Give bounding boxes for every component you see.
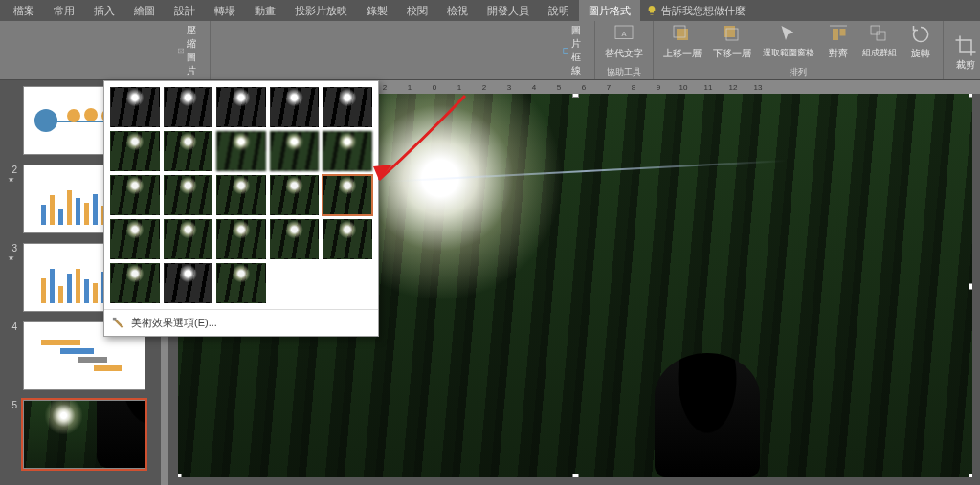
group-size: 裁剪 高度: 19.05 公分 寬度: 27.52 公分 大小 [944, 21, 980, 79]
slide-thumb-5[interactable]: 5 [8, 400, 145, 469]
thumb-5-img [23, 400, 145, 469]
artistic-effects-options[interactable]: 美術效果選項(E)... [104, 309, 378, 336]
effect-b3[interactable] [216, 131, 266, 171]
align-icon [826, 23, 851, 46]
tab-review[interactable]: 校閱 [397, 0, 437, 22]
selection-pane-button[interactable]: 選取範圍窗格 [759, 23, 818, 58]
rotate-button[interactable]: 旋轉 [904, 23, 937, 58]
handle-br[interactable] [969, 474, 972, 477]
effect-b1[interactable] [110, 131, 160, 171]
compress-icon [178, 44, 184, 57]
rotate-icon [908, 23, 933, 46]
tab-file[interactable]: 檔案 [4, 0, 44, 22]
svg-rect-21 [677, 29, 688, 40]
backward-icon [720, 23, 745, 46]
forward-icon [670, 23, 695, 46]
handle-bl[interactable] [178, 474, 182, 477]
selection-icon [776, 23, 801, 46]
effect-c1[interactable] [110, 175, 160, 215]
svg-rect-28 [871, 26, 880, 34]
tab-insert[interactable]: 插入 [84, 0, 124, 22]
group-accessibility: A 替代文字 協助工具 [595, 21, 654, 79]
effect-e2[interactable] [164, 263, 213, 303]
effect-d5[interactable] [323, 219, 372, 259]
crop-button[interactable]: 裁剪 [949, 34, 980, 70]
svg-rect-23 [724, 26, 735, 37]
handle-mr[interactable] [969, 283, 972, 290]
effect-d3[interactable] [216, 219, 266, 259]
artistic-effects-grid [104, 81, 378, 309]
svg-rect-26 [833, 29, 838, 40]
effect-b2[interactable] [164, 131, 213, 171]
svg-rect-27 [840, 29, 846, 36]
effect-c5-selected[interactable] [323, 175, 372, 215]
effect-e3[interactable] [216, 263, 266, 303]
tab-animations[interactable]: 動畫 [245, 0, 285, 22]
effect-a2[interactable] [164, 87, 213, 127]
group-access-label: 協助工具 [601, 64, 647, 78]
group-adjust: 移除背景 校正 色彩 美術效果 壓縮圖片 變更圖片 重設圖片 [0, 21, 211, 79]
align-button[interactable]: 對齊 [822, 23, 855, 58]
artistic-effects-dropdown: 美術效果選項(E)... [103, 80, 379, 337]
effect-c2[interactable] [164, 175, 213, 215]
alt-text-icon: A [612, 23, 636, 46]
tab-transitions[interactable]: 轉場 [205, 0, 245, 22]
border-icon [563, 44, 568, 57]
effect-a1[interactable] [110, 87, 160, 127]
effect-b4[interactable] [270, 131, 320, 171]
tab-design[interactable]: 設計 [165, 0, 205, 22]
svg-text:A: A [621, 30, 626, 38]
crop-icon [953, 34, 978, 57]
handle-bc[interactable] [572, 474, 579, 477]
effect-a3[interactable] [216, 87, 266, 127]
tell-me-box[interactable]: 告訴我您想做什麼 [640, 4, 746, 18]
send-backward-button[interactable]: 下移一層 [709, 23, 755, 58]
group-icon [867, 23, 892, 46]
menu-tabs: 檔案 常用 插入 繪圖 設計 轉場 動畫 投影片放映 錄製 校閱 檢視 開發人員… [0, 0, 980, 21]
svg-rect-30 [113, 317, 117, 320]
effect-d1[interactable] [110, 219, 160, 259]
effect-b5[interactable] [323, 131, 372, 171]
svg-rect-14 [564, 49, 568, 54]
tab-slideshow[interactable]: 投影片放映 [285, 0, 357, 22]
tab-help[interactable]: 說明 [539, 0, 579, 22]
picture-border-button[interactable]: 圖片框線 [563, 23, 589, 78]
options-icon [112, 317, 125, 330]
compress-button[interactable]: 壓縮圖片 [178, 23, 204, 78]
lightbulb-icon [646, 5, 657, 16]
effect-e1[interactable] [110, 263, 160, 303]
handle-tr[interactable] [969, 94, 972, 98]
group-picture-styles: 圖片框線 圖片效果 圖片版面配置 圖片樣式 [211, 21, 595, 79]
alt-text-button[interactable]: A 替代文字 [601, 23, 647, 58]
group-arrange-label: 排列 [659, 64, 937, 78]
effect-a5[interactable] [323, 87, 372, 127]
tab-home[interactable]: 常用 [44, 0, 84, 22]
tell-me-label: 告訴我您想做什麼 [661, 4, 746, 18]
effect-a4[interactable] [270, 87, 320, 127]
handle-tc[interactable] [572, 94, 579, 98]
effect-d4[interactable] [270, 219, 320, 259]
tab-record[interactable]: 錄製 [357, 0, 397, 22]
effect-c4[interactable] [270, 175, 320, 215]
tab-picture-format[interactable]: 圖片格式 [579, 0, 640, 22]
svg-rect-29 [877, 32, 885, 40]
effect-c3[interactable] [216, 175, 266, 215]
bring-forward-button[interactable]: 上移一層 [659, 23, 705, 58]
tab-view[interactable]: 檢視 [437, 0, 478, 22]
tab-draw[interactable]: 繪圖 [124, 0, 165, 22]
effect-d2[interactable] [164, 219, 213, 259]
svg-rect-11 [178, 49, 183, 53]
tab-developer[interactable]: 開發人員 [478, 0, 539, 22]
ribbon: 移除背景 校正 色彩 美術效果 壓縮圖片 變更圖片 重設圖片 [0, 21, 980, 80]
group-arrange: 上移一層 下移一層 選取範圍窗格 對齊 組成群組 旋轉 排列 [654, 21, 944, 79]
group-button[interactable]: 組成群組 [858, 23, 901, 58]
